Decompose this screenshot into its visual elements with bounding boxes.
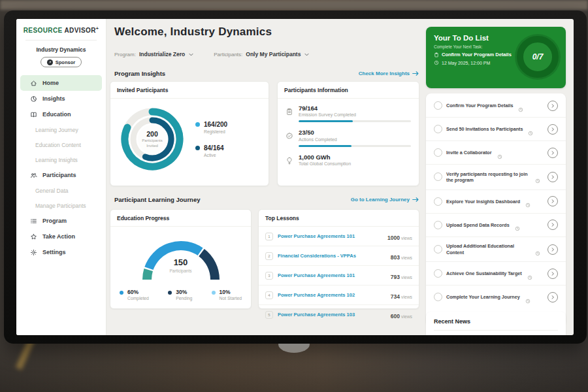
page-title: Welcome, Industry Dynamics xyxy=(114,25,272,39)
logo-secondary: ADVISOR xyxy=(64,27,95,34)
task-clock-icon xyxy=(527,271,532,276)
education-legend: 60% Completed 30% Pending xyxy=(110,289,251,301)
task-clock-icon xyxy=(528,127,533,132)
task-open-button[interactable] xyxy=(547,292,558,302)
sidebar: RESOURCE ADVISOR+ Industry Dynamics Spon… xyxy=(16,19,106,335)
task-checkbox[interactable] xyxy=(434,269,442,278)
check-badge-icon xyxy=(286,131,293,139)
todo-task-upload-additional-educational-content: Upload Additional Educational Content xyxy=(426,237,566,263)
card-title: Invited Participants xyxy=(110,82,269,99)
task-checkbox[interactable] xyxy=(434,245,442,253)
sidebar-item-insights[interactable]: Insights xyxy=(20,91,102,106)
lesson-rank: 4 xyxy=(265,291,273,299)
sidebar-item-take-action[interactable]: Take Action xyxy=(20,229,102,244)
task-checkbox[interactable] xyxy=(434,197,442,206)
todo-task-invite-a-collaborator: Invite a Collaborator xyxy=(426,141,566,165)
monitor: RESOURCE ADVISOR+ Industry Dynamics Spon… xyxy=(4,10,587,344)
task-clock-icon xyxy=(518,103,523,108)
sidebar-item-settings[interactable]: Settings xyxy=(20,244,102,260)
legend-dot xyxy=(195,122,200,127)
todo-task-list: Confirm Your Program Details Send 50 Inv… xyxy=(426,94,566,308)
app-logo: RESOURCE ADVISOR+ xyxy=(16,26,106,34)
filter-label: Participants: xyxy=(214,52,242,57)
lesson-row-power-purchase-agreements-102: 4 Power Purchase Agreements 102 734views xyxy=(259,286,419,305)
sidebar-divider xyxy=(25,40,97,41)
task-open-button[interactable] xyxy=(547,172,558,182)
sidebar-item-program[interactable]: Program xyxy=(20,213,102,229)
chevron-right-icon xyxy=(550,199,555,204)
chevron-down-icon xyxy=(304,52,310,57)
todo-task-verify-participants-requesting-to-join-the-program: Verify participants requesting to join t… xyxy=(426,165,566,190)
lesson-row-power-purchase-agreements-101: 3 Power Purchase Agreements 101 793views xyxy=(259,266,419,286)
legend-dot xyxy=(195,146,200,150)
sidebar-item-manage-participants[interactable]: Manage Participants xyxy=(20,198,102,213)
legend-dot xyxy=(212,291,216,295)
chevron-down-icon xyxy=(188,52,194,57)
invited-participants-card: Invited Participants 200 Participants In… xyxy=(110,81,269,186)
clipboard-icon xyxy=(434,52,439,57)
todo-task-confirm-your-program-details: Confirm Your Program Details xyxy=(426,94,566,118)
legend-item-registered: 164/200 Registered xyxy=(195,121,227,134)
chevron-right-icon xyxy=(550,247,555,252)
settings-icon xyxy=(30,249,37,256)
sponsor-badge[interactable]: Sponsor xyxy=(41,57,82,67)
task-checkbox[interactable] xyxy=(434,293,442,301)
chevron-right-icon xyxy=(550,150,555,155)
legend-dot xyxy=(168,291,172,295)
task-clock-icon xyxy=(497,150,502,155)
task-open-button[interactable] xyxy=(547,101,558,111)
chevron-right-icon xyxy=(550,295,555,300)
participants-icon xyxy=(30,172,37,179)
sidebar-item-participants[interactable]: Participants xyxy=(20,167,102,183)
task-open-button[interactable] xyxy=(547,244,558,255)
sidebar-item-learning-insights[interactable]: Learning Insights xyxy=(20,152,102,167)
check-more-insights-link[interactable]: Check More Insights xyxy=(359,71,419,76)
task-clock-icon xyxy=(525,199,531,204)
legend-dot xyxy=(120,291,123,295)
task-open-button[interactable] xyxy=(547,269,558,279)
sidebar-item-education[interactable]: Education xyxy=(20,106,102,122)
sidebar-item-general-data[interactable]: General Data xyxy=(20,183,102,198)
task-open-button[interactable] xyxy=(547,220,558,230)
section-heading: Participant Learning Journey xyxy=(114,196,200,203)
card-title: Top Lessons xyxy=(259,210,419,227)
sponsor-badge-label: Sponsor xyxy=(56,59,75,65)
donut-center-label: 200 Participants Invited xyxy=(118,105,186,173)
sidebar-item-learning-journey[interactable]: Learning Journey xyxy=(20,122,102,137)
task-checkbox[interactable] xyxy=(434,125,442,133)
task-clock-icon xyxy=(535,247,540,252)
sidebar-item-education-content[interactable]: Education Content xyxy=(20,137,102,152)
arrow-right-icon xyxy=(412,197,419,203)
todo-summary-card: Your To Do List Complete Your Next Task:… xyxy=(426,27,566,88)
info-item-emission-survey-completed: 79/164 Emission Survey Completed xyxy=(286,105,411,122)
lesson-row-power-purchase-agreements-103: 5 Power Purchase Agreements 103 600views xyxy=(259,305,419,324)
sidebar-item-home[interactable]: Home xyxy=(20,75,102,91)
card-title: Education Progress xyxy=(110,210,251,227)
task-checkbox[interactable] xyxy=(434,101,442,110)
task-open-button[interactable] xyxy=(547,148,558,158)
filter-dropdown-program[interactable]: Program: Industrialize Zero xyxy=(114,51,194,57)
filter-dropdown-participants[interactable]: Participants: Only My Participants xyxy=(214,51,310,57)
lesson-link[interactable]: Financial Considerations - VPPAs xyxy=(278,253,386,259)
task-checkbox[interactable] xyxy=(434,172,442,181)
todo-task-send-50-invitations-to-participants: Send 50 Invitations to Participants xyxy=(426,118,566,141)
lesson-link[interactable]: Power Purchase Agreements 101 xyxy=(278,272,386,278)
lesson-link[interactable]: Power Purchase Agreements 103 xyxy=(278,312,386,318)
task-checkbox[interactable] xyxy=(434,221,442,229)
progress-track xyxy=(299,145,411,147)
task-open-button[interactable] xyxy=(547,124,558,135)
task-checkbox[interactable] xyxy=(434,148,442,157)
card-title: Participants Information xyxy=(278,82,419,99)
lesson-views: 793 xyxy=(391,274,400,280)
legend-item-not-started: 10% Not Started xyxy=(212,289,242,301)
org-name: Industry Dynamics xyxy=(16,46,106,53)
progress-track xyxy=(299,120,411,122)
program-icon xyxy=(30,218,37,225)
task-open-button[interactable] xyxy=(547,196,558,206)
go-to-learning-journey-link[interactable]: Go to Learning Journey xyxy=(351,197,419,203)
lesson-rank: 1 xyxy=(265,233,273,240)
chevron-right-icon xyxy=(550,127,555,132)
lesson-link[interactable]: Power Purchase Agreements 102 xyxy=(278,292,386,298)
lesson-link[interactable]: Power Purchase Agreements 101 xyxy=(278,233,383,239)
filter-value: Only My Participants xyxy=(246,51,301,57)
